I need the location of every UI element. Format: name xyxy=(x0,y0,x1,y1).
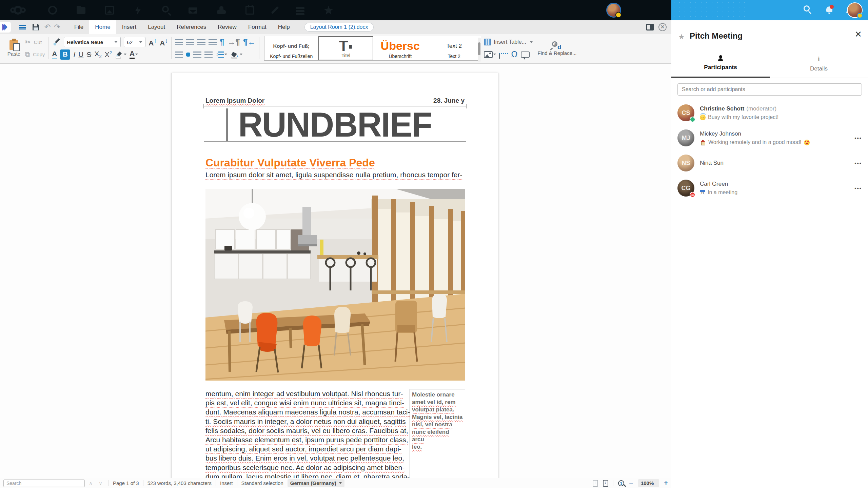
photos-icon[interactable] xyxy=(105,6,114,15)
dashboard-icon[interactable] xyxy=(48,6,57,15)
redo-icon[interactable]: ↷ xyxy=(54,23,60,32)
selection-mode[interactable]: Standard selection xyxy=(241,480,283,486)
search-icon[interactable] xyxy=(162,6,169,13)
language-select[interactable]: German (Germany) xyxy=(288,479,344,487)
mail-icon[interactable] xyxy=(189,7,197,14)
close-sidebar-icon[interactable]: ✕ xyxy=(854,29,862,40)
style-title[interactable]: T∎ Titel xyxy=(318,36,373,60)
justify-icon[interactable] xyxy=(204,52,213,58)
font-color-button[interactable]: A xyxy=(130,49,138,59)
calendar-icon[interactable] xyxy=(245,6,254,15)
tab-references[interactable]: References xyxy=(171,20,212,34)
participant-search-input[interactable] xyxy=(677,83,862,96)
notifications-bell-icon[interactable] xyxy=(825,5,834,15)
files-icon[interactable] xyxy=(77,7,85,14)
superscript-button[interactable]: X2 xyxy=(105,50,112,59)
paste-button[interactable]: Paste xyxy=(3,35,24,61)
font-name-select[interactable]: Helvetica Neue xyxy=(64,37,121,47)
collabora-logo-icon[interactable] xyxy=(0,22,11,33)
zoom-reset-icon[interactable]: 1 xyxy=(618,480,624,486)
zoom-out-icon[interactable]: − xyxy=(629,479,633,488)
cut-button[interactable]: ✂Cut xyxy=(25,36,45,48)
insert-comment-icon[interactable] xyxy=(521,52,530,58)
participant-row[interactable]: CS Christine Schott(moderator) Busy with… xyxy=(671,100,868,125)
ltr-paragraph-icon[interactable]: →¶ xyxy=(228,37,240,47)
shrink-font-button[interactable]: A↓ xyxy=(160,37,168,47)
grow-font-button[interactable]: A↑ xyxy=(149,37,157,47)
unified-search-icon[interactable] xyxy=(804,5,813,15)
tab-help[interactable]: Help xyxy=(272,20,296,34)
participant-row[interactable]: CG Carl Green 17In a meeting ••• xyxy=(671,176,868,201)
tab-insert[interactable]: Insert xyxy=(116,20,142,34)
activity-icon[interactable] xyxy=(134,6,142,15)
document-name-pill[interactable]: Layout Room 1 (2).docx xyxy=(304,23,374,32)
zoom-level-select[interactable]: 100% xyxy=(638,479,659,487)
find-replace-button[interactable]: ad Find & Replace... xyxy=(533,35,581,61)
nextcloud-logo-icon[interactable] xyxy=(10,6,26,15)
title-frame[interactable]: RUNDBRIEF xyxy=(204,106,466,142)
notes-icon[interactable] xyxy=(271,6,279,14)
deck-icon[interactable] xyxy=(296,7,304,9)
format-paintbrush-icon[interactable] xyxy=(52,38,61,46)
menu-toggle-icon[interactable] xyxy=(19,25,26,29)
highlight-color-button[interactable] xyxy=(115,50,126,59)
style-heading[interactable]: Übersc Überschrift xyxy=(373,36,427,60)
search-prev-icon[interactable]: ∧ xyxy=(89,480,95,486)
participant-menu-icon[interactable]: ••• xyxy=(854,185,862,191)
tab-home[interactable]: Home xyxy=(89,20,116,34)
document-page[interactable]: Lorem Ipsum Dolor 28. June y RUNDBRIEF C… xyxy=(171,73,498,478)
bold-button[interactable]: B xyxy=(60,49,70,60)
save-icon[interactable] xyxy=(33,24,39,30)
search-next-icon[interactable]: ∨ xyxy=(99,480,104,486)
clear-formatting-button[interactable]: A xyxy=(52,50,57,59)
tab-details[interactable]: i Details xyxy=(770,49,868,78)
align-right-icon[interactable] xyxy=(193,52,201,58)
page-info[interactable]: Page 1 of 3 xyxy=(113,480,139,486)
kitchen-photo[interactable] xyxy=(205,189,465,381)
tab-format[interactable]: Format xyxy=(242,20,272,34)
document-canvas[interactable]: Lorem Ipsum Dolor 28. June y RUNDBRIEF C… xyxy=(0,64,671,478)
tab-participants[interactable]: Participants xyxy=(671,49,770,78)
style-header-footer[interactable]: Kopf- und Fuß; Kopf- und Fußzeilen xyxy=(264,36,318,60)
statusbar-search-input[interactable] xyxy=(3,480,85,487)
copy-button[interactable]: ⧉Copy xyxy=(25,48,45,61)
page-break-icon[interactable] xyxy=(499,53,508,59)
background-color-button[interactable] xyxy=(230,50,242,59)
insert-mode[interactable]: Insert xyxy=(220,480,233,486)
next-page-icon[interactable] xyxy=(603,480,608,487)
align-center-icon[interactable] xyxy=(186,53,190,57)
participant-menu-icon[interactable]: ••• xyxy=(854,135,862,141)
undo-icon[interactable]: ↶ xyxy=(44,23,51,32)
strikethrough-button[interactable]: S xyxy=(87,50,92,59)
subscript-button[interactable]: X2 xyxy=(95,50,102,59)
previous-page-icon[interactable] xyxy=(593,480,598,487)
insert-image-button[interactable] xyxy=(484,51,496,58)
participant-menu-icon[interactable]: ••• xyxy=(854,160,862,166)
numbered-list-icon[interactable] xyxy=(186,39,194,45)
favorite-star-icon[interactable]: ★ xyxy=(678,33,685,41)
zoom-in-icon[interactable]: + xyxy=(664,479,668,487)
close-document-icon[interactable]: ✕ xyxy=(658,23,667,31)
favorites-icon[interactable] xyxy=(324,6,333,15)
tab-layout[interactable]: Layout xyxy=(142,20,171,34)
insert-table-button[interactable]: Insert Table... xyxy=(484,36,533,48)
style-gallery-scrollbar[interactable] xyxy=(478,38,481,62)
italic-button[interactable]: I xyxy=(73,50,75,59)
increase-indent-icon[interactable] xyxy=(197,39,205,45)
rtl-paragraph-icon[interactable]: ¶← xyxy=(243,37,256,47)
sidebar-text-frame[interactable]: Molestie ornare amet vel id, rem volutpa… xyxy=(410,389,465,442)
user-avatar[interactable] xyxy=(606,3,621,18)
align-left-icon[interactable] xyxy=(175,52,183,58)
style-text2[interactable]: Text 2 Text 2 xyxy=(427,36,481,60)
special-character-icon[interactable]: Ω xyxy=(511,49,517,60)
decrease-indent-icon[interactable] xyxy=(209,39,217,45)
font-size-select[interactable]: 62 xyxy=(124,37,145,47)
contacts-icon[interactable] xyxy=(217,9,226,14)
underline-button[interactable]: U xyxy=(78,50,83,59)
participant-row[interactable]: NS Nina Sun ••• xyxy=(671,150,868,176)
talk-user-avatar[interactable] xyxy=(847,2,863,18)
word-count[interactable]: 523 words, 3,403 characters xyxy=(147,480,212,486)
line-spacing-button[interactable]: ↕ xyxy=(216,52,227,58)
bullet-list-icon[interactable] xyxy=(175,39,183,45)
participant-row[interactable]: MJ Mickey Johnson Working remotely and i… xyxy=(671,125,868,150)
